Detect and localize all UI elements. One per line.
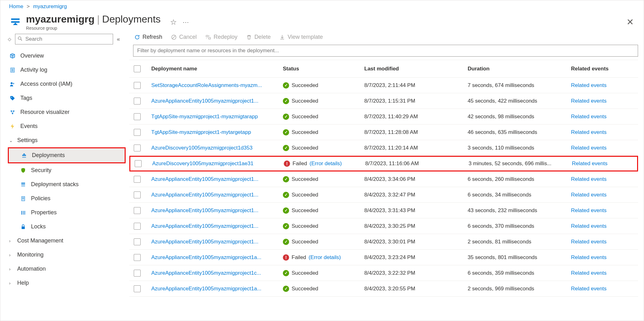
last-modified: 8/7/2023, 11:28:08 AM bbox=[364, 129, 468, 135]
related-events-link[interactable]: Related events bbox=[571, 114, 606, 120]
row-checkbox[interactable] bbox=[134, 270, 141, 277]
last-modified: 8/7/2023, 11:40:29 AM bbox=[364, 114, 468, 120]
row-checkbox[interactable] bbox=[134, 145, 141, 151]
duration: 7 seconds, 674 milliseconds bbox=[468, 82, 571, 89]
col-modified[interactable]: Last modified bbox=[364, 66, 468, 72]
related-events-link[interactable]: Related events bbox=[571, 145, 606, 151]
deployment-link[interactable]: AzureDiscovery1005myazmigproject1d353 bbox=[151, 145, 252, 151]
more-icon[interactable]: ⋯ bbox=[183, 18, 190, 26]
deployment-link[interactable]: AzureApplianceEntity1005myazmigproject1.… bbox=[151, 223, 258, 229]
related-events-link[interactable]: Related events bbox=[571, 82, 606, 88]
row-checkbox[interactable] bbox=[134, 207, 141, 214]
success-icon: ✓ bbox=[283, 207, 289, 214]
row-checkbox[interactable] bbox=[134, 98, 141, 104]
sidebar-group-cost-management[interactable]: ›Cost Management bbox=[8, 234, 126, 248]
row-checkbox[interactable] bbox=[135, 160, 142, 167]
deployment-link[interactable]: AzureApplianceEntity1005myazmigproject1.… bbox=[151, 207, 258, 213]
select-all-checkbox[interactable] bbox=[134, 65, 141, 72]
chevron-down-icon: ⌄ bbox=[9, 138, 13, 143]
sidebar-item-access-control-iam-[interactable]: Access control (IAM) bbox=[8, 77, 126, 91]
refresh-button[interactable]: Refresh bbox=[134, 34, 162, 40]
deployment-link[interactable]: AzureApplianceEntity1005myazmigproject1.… bbox=[151, 176, 258, 182]
related-events-link[interactable]: Related events bbox=[571, 98, 606, 104]
sidebar-group-settings[interactable]: ⌄Settings bbox=[8, 133, 126, 147]
deployment-link[interactable]: AzureApplianceEntity1005myazmigproject1a… bbox=[151, 254, 262, 260]
related-events-link[interactable]: Related events bbox=[572, 160, 607, 166]
related-events-link[interactable]: Related events bbox=[571, 129, 606, 135]
favorite-icon[interactable]: ☆ bbox=[170, 18, 177, 27]
close-icon[interactable]: ✕ bbox=[626, 17, 635, 27]
related-events-link[interactable]: Related events bbox=[571, 254, 606, 260]
deployment-link[interactable]: AzureApplianceEntity1005myazmigproject1.… bbox=[151, 192, 258, 198]
redeploy-button: Redeploy bbox=[205, 34, 237, 40]
related-events-link[interactable]: Related events bbox=[571, 270, 606, 276]
sidebar-item-label: Locks bbox=[31, 223, 121, 230]
sidebar-group-automation[interactable]: ›Automation bbox=[8, 262, 126, 276]
status-text: Succeeded bbox=[292, 192, 318, 198]
breadcrumb-home[interactable]: Home bbox=[9, 3, 23, 9]
sidebar-item-deployment-stacks[interactable]: Deployment stacks bbox=[8, 177, 126, 191]
sidebar-item-properties[interactable]: Properties bbox=[8, 206, 126, 220]
deployment-link[interactable]: TgtAppSite-myazmigproject1-mytargetapp bbox=[151, 129, 251, 135]
col-duration[interactable]: Duration bbox=[468, 66, 571, 72]
row-checkbox[interactable] bbox=[134, 82, 141, 89]
breadcrumb-rg[interactable]: myazuremigrg bbox=[33, 3, 67, 9]
deployments-table: Deployment name Status Last modified Dur… bbox=[129, 60, 638, 297]
row-checkbox[interactable] bbox=[134, 176, 141, 183]
row-checkbox[interactable] bbox=[134, 238, 141, 245]
filter-input[interactable] bbox=[133, 45, 638, 57]
success-icon: ✓ bbox=[283, 192, 289, 198]
status-text: Succeeded bbox=[292, 239, 318, 245]
sidebar-item-deployments[interactable]: Deployments bbox=[8, 147, 126, 163]
error-details-link[interactable]: (Error details) bbox=[309, 160, 342, 167]
row-checkbox[interactable] bbox=[134, 191, 141, 198]
sidebar-search[interactable] bbox=[15, 34, 113, 44]
toolbar: Refresh Cancel Redeploy Delete View temp… bbox=[129, 34, 638, 45]
collapse-sidebar-icon[interactable]: « bbox=[117, 36, 120, 43]
success-icon: ✓ bbox=[283, 223, 289, 229]
deployment-link[interactable]: TgtAppSite-myazmigproject1-myazmigtarapp bbox=[151, 114, 258, 120]
table-row: TgtAppSite-myazmigproject1-myazmigtarapp… bbox=[129, 109, 638, 125]
duration: 6 seconds, 260 milliseconds bbox=[468, 176, 571, 182]
sidebar-item-tags[interactable]: Tags bbox=[8, 91, 126, 105]
deployment-link[interactable]: AzureApplianceEntity1005myazmigproject1.… bbox=[151, 98, 258, 104]
deployment-link[interactable]: AzureDiscovery1005myazmigproject1ae31 bbox=[152, 160, 253, 166]
page-header: myazuremigrg | Deployments Resource grou… bbox=[0, 12, 644, 31]
related-events-link[interactable]: Related events bbox=[571, 207, 606, 213]
deployment-link[interactable]: SetStorageAccountRoleAssignments-myazm..… bbox=[151, 82, 262, 88]
sidebar-item-activity-log[interactable]: Activity log bbox=[8, 63, 126, 77]
row-checkbox[interactable] bbox=[134, 254, 141, 261]
last-modified: 8/4/2023, 3:30:25 PM bbox=[364, 223, 468, 229]
sidebar-item-security[interactable]: Security bbox=[8, 163, 126, 177]
related-events-link[interactable]: Related events bbox=[571, 286, 606, 292]
related-events-link[interactable]: Related events bbox=[571, 176, 606, 182]
delete-label: Delete bbox=[254, 34, 271, 40]
pin-icon[interactable]: ◇ bbox=[8, 37, 11, 42]
col-related[interactable]: Related events bbox=[571, 66, 618, 72]
sidebar-group-help[interactable]: ›Help bbox=[8, 276, 126, 290]
sidebar-item-label: Tags bbox=[20, 95, 121, 101]
sidebar-item-policies[interactable]: Policies bbox=[8, 191, 126, 206]
error-details-link[interactable]: (Error details) bbox=[309, 254, 341, 261]
sidebar-item-events[interactable]: Events bbox=[8, 119, 126, 133]
row-checkbox[interactable] bbox=[134, 129, 141, 136]
deployment-link[interactable]: AzureApplianceEntity1005myazmigproject1c… bbox=[151, 270, 261, 276]
sidebar-item-resource-visualizer[interactable]: Resource visualizer bbox=[8, 105, 126, 119]
sidebar-group-monitoring[interactable]: ›Monitoring bbox=[8, 248, 126, 262]
download-icon bbox=[279, 34, 285, 40]
deployment-link[interactable]: AzureApplianceEntity1005myazmigproject1a… bbox=[151, 286, 262, 292]
row-checkbox[interactable] bbox=[134, 285, 141, 292]
sidebar-item-overview[interactable]: Overview bbox=[8, 49, 126, 63]
related-events-link[interactable]: Related events bbox=[571, 192, 606, 198]
last-modified: 8/7/2023, 1:15:31 PM bbox=[364, 98, 468, 104]
deployment-link[interactable]: AzureApplianceEntity1005myazmigproject1.… bbox=[151, 239, 258, 245]
col-status[interactable]: Status bbox=[283, 66, 364, 72]
related-events-link[interactable]: Related events bbox=[571, 223, 606, 229]
row-checkbox[interactable] bbox=[134, 223, 141, 230]
sidebar-search-input[interactable] bbox=[15, 34, 113, 44]
row-checkbox[interactable] bbox=[134, 113, 141, 120]
related-events-link[interactable]: Related events bbox=[571, 239, 606, 245]
col-name[interactable]: Deployment name bbox=[151, 66, 283, 72]
duration: 3 minutes, 52 seconds, 696 millis... bbox=[469, 160, 572, 167]
sidebar-item-locks[interactable]: Locks bbox=[8, 220, 126, 234]
